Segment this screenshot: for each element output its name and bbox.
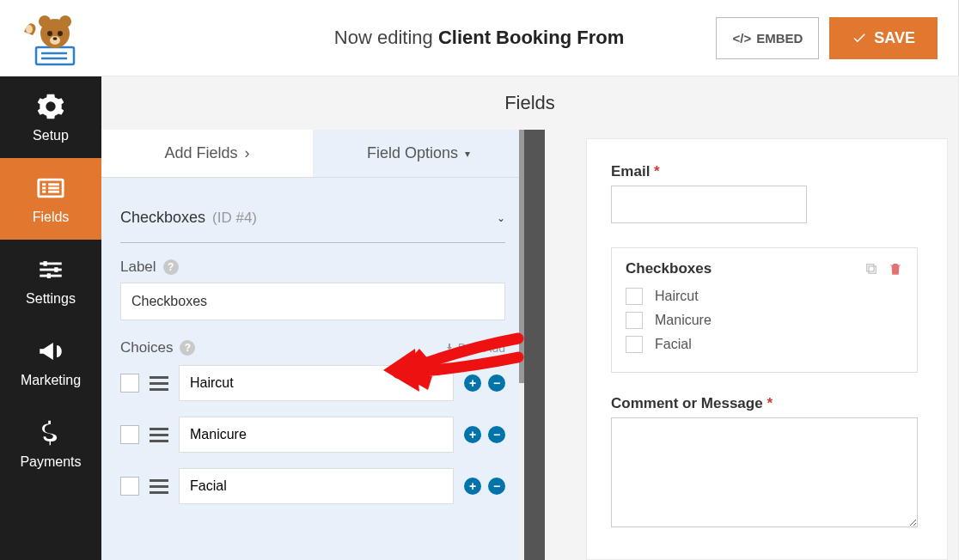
gear-icon <box>36 92 65 121</box>
duplicate-icon[interactable] <box>864 261 879 277</box>
svg-point-10 <box>26 25 33 33</box>
sliders-icon <box>36 255 65 284</box>
help-icon[interactable]: ? <box>163 259 179 275</box>
choice-row: + − <box>120 468 505 504</box>
svg-point-6 <box>47 31 52 36</box>
svg-rect-22 <box>54 267 58 272</box>
scrollbar[interactable] <box>519 130 524 560</box>
add-choice-button[interactable]: + <box>464 478 481 495</box>
preview-checkbox-option[interactable]: Manicure <box>626 312 903 329</box>
checkbox-icon <box>626 336 643 353</box>
chevron-down-icon: ▾ <box>465 148 470 160</box>
required-indicator: * <box>763 395 773 411</box>
bullhorn-icon <box>36 337 65 366</box>
choice-row: + − <box>120 417 505 453</box>
section-id: (ID #4) <box>212 210 257 227</box>
preview-checkbox-label: Checkboxes <box>626 260 712 277</box>
svg-point-4 <box>39 15 51 27</box>
sidebar-item-payments[interactable]: Payments <box>0 403 101 484</box>
required-indicator: * <box>650 163 659 180</box>
sidebar-item-label: Setup <box>33 128 69 143</box>
drag-handle-icon[interactable] <box>150 428 168 442</box>
form-icon <box>36 173 65 203</box>
checkbox-icon <box>626 288 643 305</box>
drag-handle-icon[interactable] <box>150 376 168 391</box>
svg-rect-24 <box>869 266 876 273</box>
sidebar-item-label: Settings <box>26 291 76 307</box>
save-button[interactable]: SAVE <box>829 17 938 59</box>
sidebar-item-settings[interactable]: Settings <box>0 240 101 321</box>
svg-point-7 <box>58 31 63 36</box>
svg-rect-21 <box>44 261 47 266</box>
sidebar-item-fields[interactable]: Fields <box>0 158 101 240</box>
save-label: SAVE <box>874 29 915 47</box>
embed-button[interactable]: </> EMBED <box>716 17 819 59</box>
preview-checkbox-option[interactable]: Facial <box>626 336 903 353</box>
form-preview: Email * Checkboxes Haircut <box>586 138 948 560</box>
choice-row: + − <box>120 365 505 401</box>
dollar-icon <box>36 418 65 447</box>
choice-default-checkbox[interactable] <box>120 374 139 393</box>
preview-comment-textarea[interactable] <box>611 417 918 527</box>
embed-label: EMBED <box>756 31 803 46</box>
remove-choice-button[interactable]: − <box>488 478 505 495</box>
chevron-right-icon: › <box>245 144 250 162</box>
sidebar-item-label: Fields <box>33 210 70 225</box>
page-title: Fields <box>101 76 958 130</box>
svg-rect-25 <box>867 265 874 271</box>
panel-divider <box>524 130 545 560</box>
bulk-add-button[interactable]: Bulk Add <box>444 341 505 355</box>
preview-checkbox-option[interactable]: Haircut <box>626 288 903 305</box>
field-options-panel: Add Fields › Field Options ▾ Checkboxes … <box>101 130 524 560</box>
form-name: Client Booking From <box>438 27 624 48</box>
add-choice-button[interactable]: + <box>464 426 481 443</box>
preview-email-input[interactable] <box>611 186 807 223</box>
svg-rect-23 <box>47 273 51 278</box>
delete-icon[interactable] <box>888 261 903 277</box>
choice-input[interactable] <box>179 365 454 401</box>
download-icon <box>444 343 455 353</box>
remove-choice-button[interactable]: − <box>488 426 505 443</box>
svg-rect-0 <box>36 47 74 64</box>
tab-field-options[interactable]: Field Options ▾ <box>313 130 524 177</box>
editing-prefix: Now editing <box>334 27 438 48</box>
remove-choice-button[interactable]: − <box>488 374 505 392</box>
code-icon: </> <box>732 31 751 46</box>
choice-default-checkbox[interactable] <box>120 477 139 496</box>
chevron-down-icon: ⌄ <box>497 212 505 224</box>
label-label: Label <box>120 259 156 276</box>
choice-input[interactable] <box>179 468 454 504</box>
sidebar: Setup Fields Settings Marketing Payments <box>0 76 101 560</box>
choice-default-checkbox[interactable] <box>120 425 139 444</box>
section-title: Checkboxes <box>120 209 205 227</box>
sidebar-item-setup[interactable]: Setup <box>0 76 101 158</box>
checkbox-icon <box>626 312 643 329</box>
choices-label: Choices <box>120 339 173 356</box>
svg-point-9 <box>53 37 58 40</box>
field-section-header[interactable]: Checkboxes (ID #4) ⌄ <box>120 193 505 243</box>
sidebar-item-marketing[interactable]: Marketing <box>0 321 101 403</box>
sidebar-item-label: Payments <box>20 454 81 470</box>
add-choice-button[interactable]: + <box>464 374 481 392</box>
preview-checkbox-field[interactable]: Checkboxes Haircut Manicure <box>611 247 918 373</box>
app-logo <box>21 9 82 66</box>
editing-title: Now editing Client Booking From <box>334 27 624 49</box>
tab-add-fields[interactable]: Add Fields › <box>101 130 313 177</box>
top-bar: Now editing Client Booking From </> EMBE… <box>0 0 959 76</box>
tab-label: Add Fields <box>164 144 237 162</box>
svg-point-5 <box>59 15 71 27</box>
drag-handle-icon[interactable] <box>150 479 168 494</box>
label-input[interactable] <box>120 283 505 320</box>
help-icon[interactable]: ? <box>180 340 195 356</box>
sidebar-item-label: Marketing <box>21 373 81 388</box>
tab-label: Field Options <box>367 144 458 162</box>
choice-input[interactable] <box>179 417 454 453</box>
preview-email-label: Email * <box>611 163 918 180</box>
check-icon <box>852 30 867 46</box>
preview-comment-label: Comment or Message * <box>611 395 918 412</box>
